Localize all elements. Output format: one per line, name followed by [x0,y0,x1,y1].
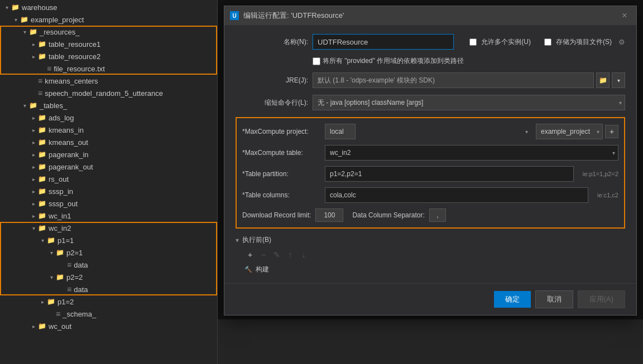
table-columns-label: *Table columns: [242,191,320,199]
tree-item-sssp-out[interactable]: 📁 sssp_out [0,197,217,210]
ok-button[interactable]: 确定 [494,291,531,308]
arrow-icon [29,176,38,182]
tree-label: wc_out [49,322,71,331]
file-icon: ≡ [47,64,51,73]
project-name-group: example_project ▾ + [536,124,618,139]
table-columns-hint: ie:c1,c2 [597,192,618,198]
mc-project-select[interactable]: local [325,124,356,139]
mc-table-input[interactable] [325,145,618,161]
remove-exec-button[interactable]: − [258,249,269,260]
jre-select[interactable]: 默认 (1.8 - 'odps-example' 模块的 SDK) [313,72,594,88]
tree-item-kmeans-in[interactable]: 📁 kmeans_in [0,124,217,136]
tree-item-warehouse[interactable]: 📁 warehouse [0,1,217,13]
tree-item-table-resource2[interactable]: 📁 table_resource2 [0,50,217,62]
arrow-icon [20,103,29,109]
jre-folder-button[interactable]: 📁 [596,72,610,88]
cancel-button[interactable]: 取消 [535,290,573,308]
cmdline-select[interactable]: 无 - java [options] className [args] [313,95,625,110]
edit-exec-button[interactable]: ✎ [271,249,282,260]
apply-button[interactable]: 应用(A) [578,290,625,308]
tree-item-p2-1[interactable]: 📁 p2=1 [0,246,217,259]
exec-collapse-icon[interactable]: ▾ [236,236,239,244]
mc-table-row: *MaxCompute table: ▾ [242,145,618,161]
tree-label: p2=2 [66,273,83,282]
project-name-select[interactable]: example_project [536,124,603,139]
download-limit-label: Download Record limit: [242,211,311,219]
table-partition-input[interactable] [325,166,574,182]
tree-item-table-resource1[interactable]: 📁 table_resource1 [0,38,217,50]
folder-icon: 📁 [56,249,64,256]
tree-item-speech-model[interactable]: ≡ speech_model_random_5_utterance [0,87,217,99]
add-project-button[interactable]: + [605,125,618,138]
folder-icon: 📁 [38,322,46,330]
tree-item-data1[interactable]: ≡ data [0,259,217,271]
tree-item-p2-2[interactable]: 📁 p2=2 [0,271,217,283]
arrow-icon [29,164,38,170]
tree-item-p1-2[interactable]: 📁 p1=2 [0,295,217,308]
tree-label: wc_in1 [49,212,71,220]
edit-run-config-dialog: U 编辑运行配置: 'UDTFResource' × 名称(N): 允许多个实例… [224,6,637,316]
tree-item-pagerank-out[interactable]: 📁 pagerank_out [0,161,217,173]
exec-before-label: 执行前(B) [242,235,271,245]
provided-checkbox[interactable] [313,57,320,65]
move-down-exec-button[interactable]: ↓ [298,249,309,260]
tree-item-tables[interactable]: 📁 _tables_ [0,99,217,111]
tree-item-kmeans-out[interactable]: 📁 kmeans_out [0,136,217,148]
folder-icon: 📁 [47,236,55,244]
tree-item-ads-log[interactable]: 📁 ads_log [0,111,217,124]
folder-icon: 📁 [29,28,37,36]
allow-multiple-checkbox[interactable] [469,38,477,46]
tree-label: warehouse [22,3,57,12]
tree-item-wc-out[interactable]: 📁 wc_out [0,320,217,332]
arrow-icon [47,250,56,256]
tree-label: data [74,285,88,294]
folder-icon: 📁 [38,52,46,60]
tree-item-file-resource[interactable]: ≡ file_resource.txt [0,62,217,75]
build-icon: 🔨 [244,266,252,273]
arrow-icon [29,127,38,133]
mc-table-label: *MaxCompute table: [242,149,320,157]
move-up-exec-button[interactable]: ↑ [285,249,296,260]
tree-label: example_project [31,16,84,24]
cmdline-row: 缩短命令行(L): 无 - java [options] className [… [236,95,625,110]
tree-item-rs-out[interactable]: 📁 rs_out [0,173,217,185]
arrow-icon [29,201,38,207]
name-input[interactable] [313,34,454,50]
dialog-close-button[interactable]: × [618,9,631,22]
arrow-icon [2,4,11,11]
tree-item-resources[interactable]: 📁 _resources_ [0,26,217,38]
folder-icon: 📁 [38,151,46,158]
folder-icon: 📁 [38,212,46,220]
tree-item-schema[interactable]: ≡ _schema_ [0,308,217,320]
table-columns-input[interactable] [325,187,588,203]
arrow-icon [29,41,38,47]
exec-before-section: ▾ 执行前(B) + − ✎ ↑ ↓ 🔨 构建 [236,235,625,274]
tree-item-data2[interactable]: ≡ data [0,283,217,295]
save-to-file-checkbox[interactable] [544,38,551,46]
tree-label: data [74,261,88,269]
tree-label: kmeans_in [49,126,84,134]
tree-label: pagerank_out [49,163,93,171]
exec-toolbar: + − ✎ ↑ ↓ [244,249,625,260]
add-exec-button[interactable]: + [244,249,256,260]
tree-item-example-project[interactable]: 📁 example_project [0,13,217,26]
download-limit-input[interactable] [315,208,343,222]
checkbox-provided-row: 将所有 "provided" 作用域的依赖项添加到类路径 [313,56,625,66]
allow-multiple-label: 允许多个实例(U) [481,37,531,47]
tree-item-kmeans-centers[interactable]: ≡ kmeans_centers [0,75,217,87]
exec-before-header: ▾ 执行前(B) [236,235,625,245]
tree-item-p1-1[interactable]: 📁 p1=1 [0,234,217,246]
mc-table-dropdown-button[interactable]: ▾ [612,150,615,156]
gear-icon[interactable]: ⚙ [618,38,625,46]
separator-input[interactable] [429,208,446,222]
tree-item-wc-in2[interactable]: 📁 wc_in2 [0,222,217,234]
jre-dropdown-button[interactable]: ▾ [612,72,625,88]
file-icon: ≡ [38,76,42,85]
dialog-titlebar: U 编辑运行配置: 'UDTFResource' × [224,6,636,25]
tree-item-pagerank-in[interactable]: 📁 pagerank_in [0,148,217,161]
tree-label: table_resource1 [49,40,100,48]
arrow-icon [29,54,38,60]
tree-item-sssp-in[interactable]: 📁 sssp_in [0,185,217,197]
arrow-icon [47,274,56,280]
tree-item-wc-in1[interactable]: 📁 wc_in1 [0,210,217,222]
